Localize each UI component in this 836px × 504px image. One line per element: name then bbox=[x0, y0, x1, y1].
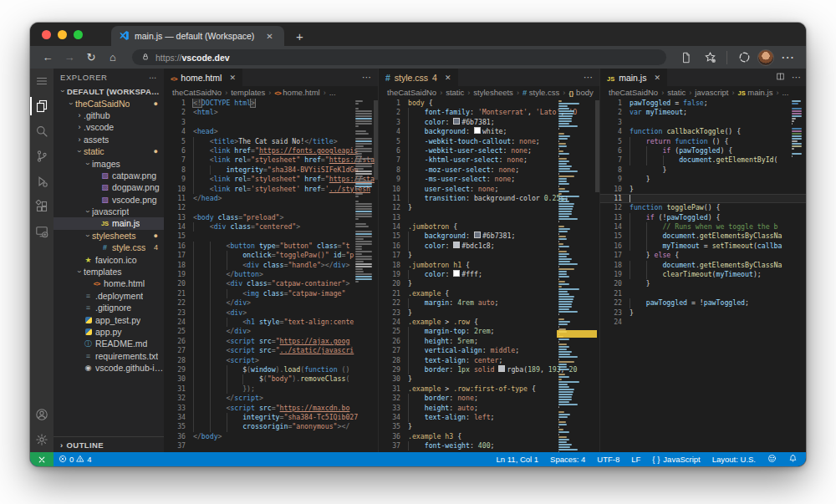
code-line[interactable]: 22 </div> bbox=[164, 298, 378, 308]
code-line[interactable]: 5 return function () { bbox=[600, 137, 806, 146]
code-line[interactable]: 35 crossorigin="anonymous"></ bbox=[164, 422, 378, 431]
browser-menu-button[interactable]: ⋯ bbox=[777, 49, 798, 65]
tree-item-stylesheets[interactable]: ›stylesheets● bbox=[54, 230, 164, 242]
code-line[interactable]: 2var myTimeout; bbox=[600, 108, 806, 117]
breadcrumb-item[interactable]: static bbox=[446, 88, 464, 97]
breadcrumb-item[interactable]: theCatSaidNo bbox=[609, 88, 658, 97]
reload-button[interactable]: ↻ bbox=[82, 51, 100, 64]
code-line[interactable]: 3 bbox=[164, 118, 378, 127]
code-line[interactable]: 28 <script> bbox=[164, 356, 378, 365]
close-window-button[interactable] bbox=[42, 30, 51, 39]
code-line[interactable]: 13 if (!pawToggled) { bbox=[600, 213, 806, 222]
code-line[interactable]: 10 <link rel='stylesheet' href='../style… bbox=[164, 185, 378, 194]
code-line[interactable]: 26 <script src="https://ajax.goog bbox=[164, 337, 378, 346]
code-line[interactable]: 12function togglePaw() { bbox=[600, 203, 806, 212]
search-icon[interactable] bbox=[30, 119, 54, 144]
minimap[interactable] bbox=[355, 99, 374, 286]
status-item-lf[interactable]: LF bbox=[631, 455, 640, 464]
tree-item-javascript[interactable]: ›javascript bbox=[54, 206, 164, 217]
minimap[interactable] bbox=[558, 99, 595, 452]
extensions-browser-icon[interactable] bbox=[734, 51, 754, 64]
code-line[interactable]: 24 bbox=[600, 318, 806, 327]
breadcrumb-item[interactable]: theCatSaidNo bbox=[172, 88, 222, 97]
code-line[interactable]: 10} bbox=[600, 185, 806, 194]
code-line[interactable]: 4function callbackToggle() { bbox=[600, 127, 806, 136]
menu-icon[interactable] bbox=[30, 69, 54, 94]
browser-tab[interactable]: main.js — default (Workspace) ✕ bbox=[111, 26, 284, 46]
code-line[interactable]: 1pawToggled = false; bbox=[600, 99, 806, 108]
code-line[interactable]: 19 clearTimeout(myTimeout); bbox=[600, 270, 806, 279]
code-editor-style-css[interactable]: 1body {2 font-family: 'Montserrat', 'Lat… bbox=[379, 99, 599, 452]
code-line[interactable]: 13<body class="preload"> bbox=[164, 213, 378, 222]
tree-item--vscode[interactable]: ›.vscode bbox=[54, 121, 164, 133]
tab-main-js[interactable]: JSmain.js✕ bbox=[600, 69, 667, 86]
tree-item-style-css[interactable]: #style.css4 bbox=[54, 242, 164, 253]
more-actions-icon[interactable]: ⋯ bbox=[584, 72, 593, 83]
tree-item-dogpaw-png[interactable]: ▨dogpaw.png bbox=[54, 181, 164, 193]
code-line[interactable]: 14 // Runs when we toggle the b bbox=[600, 222, 806, 232]
code-line[interactable]: 17 } else { bbox=[600, 251, 806, 260]
explorer-icon[interactable] bbox=[30, 94, 54, 119]
breadcrumb-item[interactable]: <> home.html bbox=[274, 88, 319, 97]
remote-indicator[interactable] bbox=[30, 452, 54, 466]
account-icon[interactable] bbox=[30, 402, 54, 427]
feedback-smiley-icon[interactable] bbox=[767, 454, 777, 465]
code-line[interactable]: 36</body> bbox=[164, 432, 378, 441]
tree-item-main-js[interactable]: JSmain.js bbox=[54, 217, 164, 229]
minimap[interactable] bbox=[792, 99, 803, 160]
close-tab-icon[interactable]: ✕ bbox=[229, 74, 236, 82]
code-line[interactable]: 37 bbox=[164, 441, 378, 451]
tree-item--github[interactable]: ›.github bbox=[54, 109, 164, 121]
breadcrumb-item[interactable]: theCatSaidNo bbox=[387, 88, 436, 97]
code-editor-home-html[interactable]: 1<!DOCTYPE html>2<html>34<head>5 <title>… bbox=[164, 99, 378, 452]
code-line[interactable]: 6 <link href="https://fonts.googleapis bbox=[164, 146, 378, 155]
code-line[interactable]: 15 document.getElementsByClassNa bbox=[600, 232, 806, 241]
tree-item-vscode-github-issues[interactable]: ◉vscode.github-issues bbox=[54, 362, 164, 374]
status-item-spaces-4[interactable]: Spaces: 4 bbox=[550, 455, 585, 464]
tab-home-html[interactable]: <>home.html✕ bbox=[164, 69, 242, 86]
code-line[interactable]: 30 $("body").removeClass( bbox=[164, 374, 378, 384]
back-button[interactable]: ← bbox=[38, 51, 57, 64]
code-line[interactable]: 27 <script src="../static/javascri bbox=[164, 346, 378, 355]
code-line[interactable]: 7 <link rel="stylesheet" href="https://s… bbox=[164, 155, 378, 165]
code-line[interactable]: 5 <title>The Cat said No!</title> bbox=[164, 137, 378, 146]
tree-item-catpaw-png[interactable]: ▨catpaw.png bbox=[54, 170, 164, 181]
code-line[interactable]: 7 document.getElementById( bbox=[600, 155, 806, 165]
code-line[interactable]: 14 <div class="centered"> bbox=[164, 222, 378, 232]
code-line[interactable]: 9 } bbox=[600, 175, 806, 184]
code-line[interactable]: 6 if (pawToggled) { bbox=[600, 146, 806, 155]
code-line[interactable]: 31 }); bbox=[164, 384, 378, 394]
notifications-bell-icon[interactable] bbox=[788, 454, 798, 465]
tree-item--deployment[interactable]: ≡.deployment bbox=[54, 290, 164, 302]
explorer-more-actions-icon[interactable]: ⋯ bbox=[149, 73, 157, 82]
close-tab-icon[interactable]: ✕ bbox=[266, 32, 273, 41]
status-item-ln-11-col-1[interactable]: Ln 11, Col 1 bbox=[497, 455, 539, 464]
status-item-javascript[interactable]: { }JavaScript bbox=[652, 455, 700, 464]
code-line[interactable]: 20 <div class="catpaw-container"> bbox=[164, 279, 378, 288]
run-debug-icon[interactable] bbox=[30, 169, 54, 194]
code-line[interactable]: 8 } bbox=[600, 165, 806, 175]
breadcrumb-item[interactable]: ... bbox=[782, 88, 788, 97]
code-line[interactable]: 25 </div> bbox=[164, 327, 378, 336]
page-actions-icon[interactable] bbox=[676, 52, 696, 64]
status-item-layout-u-s-[interactable]: Layout: U.S. bbox=[712, 455, 756, 464]
outline-section-header[interactable]: › OUTLINE bbox=[54, 436, 164, 452]
breadcrumb-item[interactable]: javascript bbox=[695, 88, 728, 97]
tree-item-images[interactable]: ›images bbox=[54, 157, 164, 169]
breadcrumb-item[interactable]: {} body bbox=[568, 88, 593, 97]
code-line[interactable]: 29 $(window).load(function () bbox=[164, 365, 378, 374]
code-line[interactable]: 23} bbox=[600, 308, 806, 318]
tree-item-app-test-py[interactable]: app_test.py bbox=[54, 313, 164, 325]
tree-item-favicon-ico[interactable]: ★favicon.ico bbox=[54, 253, 164, 265]
code-line[interactable]: 33 <script src="https://maxcdn.bo bbox=[164, 404, 378, 413]
code-line[interactable]: 11</head> bbox=[164, 194, 378, 203]
breadcrumb-item[interactable]: ... bbox=[329, 88, 336, 97]
forward-button[interactable]: → bbox=[60, 51, 79, 64]
tree-item-app-py[interactable]: app.py bbox=[54, 326, 164, 338]
extensions-icon[interactable] bbox=[30, 194, 54, 219]
problems-indicator[interactable]: 0 4 bbox=[54, 455, 97, 465]
scrollbar-thumb[interactable] bbox=[595, 100, 599, 192]
new-tab-button[interactable]: + bbox=[296, 29, 303, 46]
code-line[interactable]: 19 </button> bbox=[164, 270, 378, 279]
split-editor-icon[interactable] bbox=[776, 72, 785, 83]
